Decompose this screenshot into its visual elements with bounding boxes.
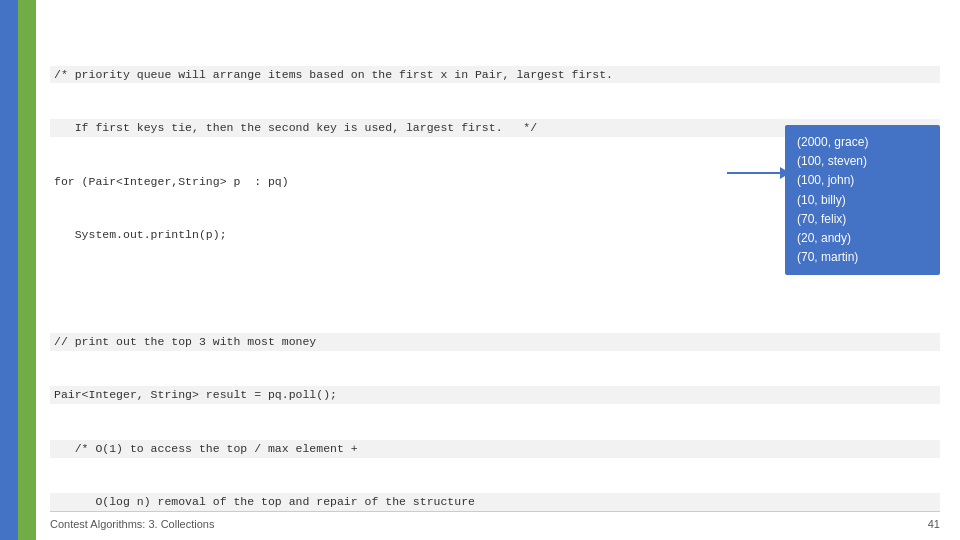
info-line-5: (20, andy) — [797, 229, 928, 248]
code-line-pair: Pair<Integer, String> result = pq.poll()… — [50, 386, 940, 404]
left-bar-green — [18, 0, 36, 540]
info-line-0: (2000, grace) — [797, 133, 928, 152]
info-box: (2000, grace) (100, steven) (100, john) … — [785, 125, 940, 275]
code-block: /* priority queue will arrange items bas… — [50, 30, 940, 540]
info-line-6: (70, martin) — [797, 248, 928, 267]
code-line-comment4: /* O(1) to access the top / max element … — [50, 440, 940, 458]
footer: Contest Algorithms: 3. Collections 41 — [50, 511, 940, 530]
info-line-1: (100, steven) — [797, 152, 928, 171]
info-line-2: (100, john) — [797, 171, 928, 190]
code-line-blank1 — [50, 279, 940, 297]
footer-left: Contest Algorithms: 3. Collections — [50, 518, 214, 530]
code-line-comment5: O(log n) removal of the top and repair o… — [50, 493, 940, 511]
footer-right: 41 — [928, 518, 940, 530]
info-line-4: (70, felix) — [797, 210, 928, 229]
main-content: /* priority queue will arrange items bas… — [50, 30, 940, 500]
code-line-comment3: // print out the top 3 with most money — [50, 333, 940, 351]
arrow — [727, 172, 782, 174]
left-bar-blue — [0, 0, 18, 540]
code-line-comment1: /* priority queue will arrange items bas… — [50, 66, 940, 84]
info-line-3: (10, billy) — [797, 191, 928, 210]
